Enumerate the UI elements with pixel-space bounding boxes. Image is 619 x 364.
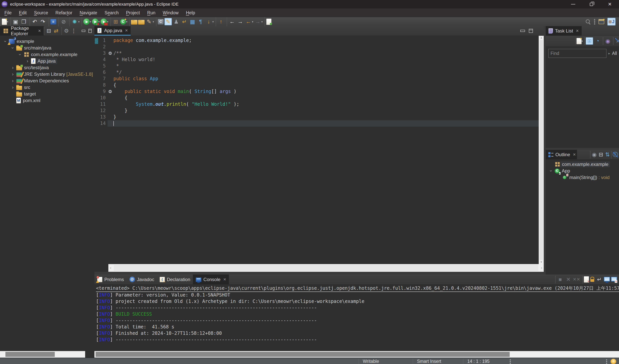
menu-search[interactable]: Search — [101, 9, 122, 17]
scroll-down-icon[interactable]: ▼ — [540, 261, 543, 264]
editor-vscrollbar[interactable]: ▲ ▼ — [539, 36, 544, 264]
close-icon[interactable]: ✕ — [223, 277, 226, 282]
tab-task-list[interactable]: Task List ✕ — [546, 26, 581, 36]
pin-editor-button[interactable] — [266, 19, 271, 25]
focus-button[interactable]: ◉ — [591, 151, 598, 158]
word-wrap-button[interactable]: ↵ — [596, 276, 603, 283]
console-output[interactable]: <terminated> C:\Users\meowr\scoop\apps\e… — [94, 284, 619, 351]
focus-workweek-button[interactable]: ◉ — [604, 37, 611, 45]
mark-occurrences-button[interactable]: ⊘ — [60, 18, 67, 25]
scroll-right-icon[interactable]: › — [541, 265, 542, 270]
close-icon[interactable]: ✕ — [576, 29, 579, 33]
coverage-button[interactable]: ▶ — [92, 18, 98, 25]
tree-item-example[interactable]: example — [0, 38, 94, 45]
scroll-up-icon[interactable]: ▲ — [540, 36, 543, 39]
new-class-button[interactable]: C — [120, 19, 126, 25]
menu-run[interactable]: Run — [144, 9, 159, 17]
notification-bulb-icon[interactable] — [610, 359, 616, 364]
scrollbar-thumb[interactable] — [5, 352, 55, 357]
tab-package-explorer[interactable]: Package Explorer ✕ — [0, 26, 44, 36]
next-annotation-button[interactable]: → — [237, 18, 244, 25]
link-editor-button[interactable]: ⇄ — [52, 27, 60, 35]
chevron-icon[interactable] — [9, 65, 16, 70]
format-brush-button[interactable]: ✎ — [165, 18, 172, 25]
tab-app-java[interactable]: App.java ✕ — [94, 26, 131, 36]
editor-hscrollbar[interactable]: ‹ › — [108, 264, 544, 272]
chevron-icon[interactable] — [9, 71, 16, 77]
undo-arrow-button[interactable]: ↶ — [31, 18, 39, 25]
chevron-icon[interactable] — [9, 85, 16, 90]
open-resource-button[interactable] — [138, 20, 144, 25]
menu-file[interactable]: File — [1, 9, 15, 17]
window-close-button[interactable]: ✕ — [601, 0, 619, 9]
chevron-icon[interactable] — [24, 58, 31, 64]
scheduled-view-button[interactable]: ◔ — [594, 37, 601, 45]
previous-annotation-button[interactable]: ← — [228, 18, 236, 25]
whitespace-button[interactable]: ¶ — [197, 18, 204, 25]
remove-launch-button[interactable]: ✕ — [565, 276, 572, 283]
minimize-panel-button[interactable] — [520, 30, 525, 32]
show-stderr-button[interactable] — [611, 277, 617, 282]
clear-console-button[interactable] — [584, 276, 589, 283]
show-stdout-button[interactable] — [604, 277, 610, 282]
redo-arrow-button[interactable]: ↷ — [39, 18, 47, 25]
terminal-button[interactable]: ≡ — [50, 19, 56, 25]
new-wizard-button[interactable] — [2, 19, 7, 25]
scrollbar-thumb[interactable] — [114, 265, 538, 271]
tab-problems[interactable]: Problems — [94, 274, 127, 284]
console-c-button[interactable]: C — [158, 19, 164, 25]
run-button[interactable]: ▶ — [83, 18, 90, 25]
maximize-panel-button[interactable] — [529, 29, 533, 33]
external-tools-button[interactable]: ▶ — [100, 18, 107, 25]
menu-help[interactable]: Help — [182, 9, 199, 17]
scroll-left-icon[interactable]: ‹ — [110, 265, 111, 270]
tree-item-src-main-java[interactable]: src/main/java — [0, 45, 94, 51]
terminate-button[interactable]: ■ — [557, 276, 564, 283]
java-perspective-button[interactable]: J — [607, 18, 616, 26]
tree-item-target[interactable]: target — [0, 91, 94, 97]
table-button[interactable]: ▦ — [189, 18, 196, 25]
import-folder-button[interactable] — [131, 20, 137, 25]
tab-javadoc[interactable]: Javadoc — [127, 274, 157, 284]
view-filters-button[interactable]: ⚙ — [63, 27, 70, 35]
save-all-button[interactable]: ❐ — [20, 18, 28, 25]
chevron-icon[interactable] — [17, 52, 24, 57]
filter-completed-button[interactable]: ✕ — [614, 37, 619, 45]
sort-button[interactable]: ⇅ — [604, 151, 611, 158]
chevron-icon[interactable] — [548, 168, 555, 174]
collapse-all-button[interactable]: ⊟ — [598, 151, 604, 158]
save-button[interactable]: ▣ — [12, 18, 19, 25]
window-restore-button[interactable] — [582, 0, 601, 9]
minimize-panel-button[interactable] — [82, 30, 85, 32]
edit-pencil-button[interactable]: ✎ — [145, 18, 153, 25]
tree-item-maven-dependencies[interactable]: Maven Dependencies — [0, 78, 94, 84]
user-button[interactable]: ♟ — [173, 18, 180, 25]
task-scope-all[interactable]: All — [612, 51, 617, 56]
tree-item-pom-xml[interactable]: pom.xml — [0, 97, 94, 104]
scrollbar-thumb[interactable] — [539, 40, 543, 260]
menu-edit[interactable]: Edit — [15, 9, 30, 17]
tab-console[interactable]: Console ✕ — [193, 274, 229, 284]
menu-window[interactable]: Window — [159, 9, 182, 17]
collapse-all-button[interactable]: ⊟ — [45, 27, 52, 35]
forward-button[interactable]: → — [254, 18, 261, 25]
scrollbar-thumb[interactable] — [96, 352, 510, 357]
categorized-view-button[interactable]: ⊞ — [586, 37, 593, 45]
chevron-icon[interactable] — [9, 45, 16, 51]
new-spark-button[interactable]: ✺ — [71, 18, 78, 25]
package-explorer-hscrollbar[interactable] — [0, 351, 85, 358]
back-button[interactable]: ← — [245, 18, 252, 25]
tab-declaration[interactable]: Declaration — [157, 274, 193, 284]
close-icon[interactable]: ✕ — [573, 152, 576, 157]
hide-fields-button[interactable]: Ⓕ — [612, 151, 619, 158]
close-icon[interactable]: ✕ — [125, 28, 128, 33]
menu-project[interactable]: Project — [122, 9, 144, 17]
previous-edit-button[interactable]: ↑ — [217, 18, 225, 25]
menu-navigate[interactable]: Navigate — [76, 9, 101, 17]
tree-item-app-java[interactable]: App.java — [0, 58, 94, 64]
menu-source[interactable]: Source — [30, 9, 52, 17]
task-find-input[interactable] — [548, 49, 606, 58]
outline-item-package[interactable]: com.example.example — [546, 161, 619, 168]
new-task-button[interactable] — [577, 38, 582, 44]
window-minimize-button[interactable] — [564, 0, 582, 9]
